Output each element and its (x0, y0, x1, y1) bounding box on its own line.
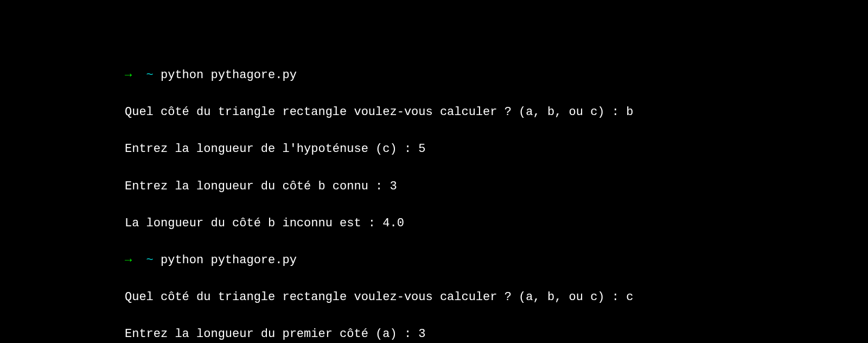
output-line: Entrez la longueur de l'hypoténuse (c) :… (125, 140, 868, 158)
prompt-cwd: ~ (146, 68, 154, 82)
output-line: Quel côté du triangle rectangle voulez-v… (125, 103, 868, 122)
terminal-output[interactable]: → ~ python pythagore.py Quel côté du tri… (125, 48, 868, 343)
output-line: La longueur du côté b inconnu est : 4.0 (125, 214, 868, 233)
terminal-line: → ~ python pythagore.py (125, 66, 868, 85)
output-line: Entrez la longueur du premier côté (a) :… (125, 325, 868, 343)
prompt-cwd: ~ (146, 253, 154, 267)
prompt-arrow-icon: → (125, 253, 132, 267)
command-text: python pythagore.py (161, 253, 297, 267)
prompt-arrow-icon: → (125, 68, 132, 82)
output-line: Entrez la longueur du côté b connu : 3 (125, 177, 868, 196)
command-text: python pythagore.py (161, 68, 297, 82)
terminal-line: → ~ python pythagore.py (125, 251, 868, 270)
output-line: Quel côté du triangle rectangle voulez-v… (125, 288, 868, 307)
